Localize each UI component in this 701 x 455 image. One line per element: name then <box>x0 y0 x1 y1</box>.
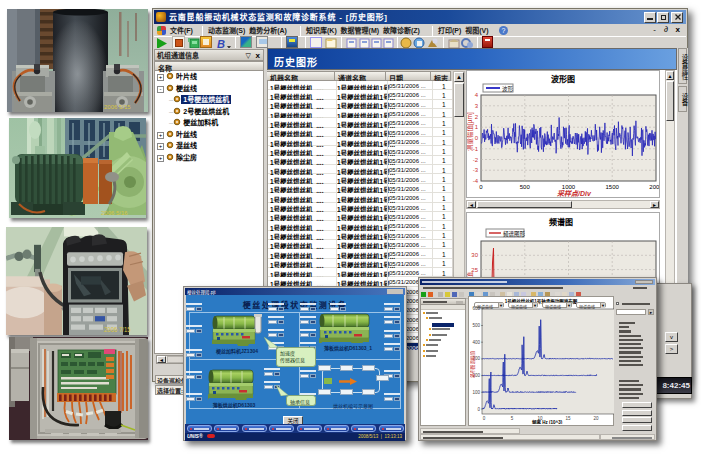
svg-text:频谱图: 频谱图 <box>549 217 573 227</box>
svg-text:0: 0 <box>479 184 483 190</box>
svg-text:频谱图形: 频谱图形 <box>503 230 526 238</box>
svg-text:1: 1 <box>475 124 479 130</box>
svg-text:2006 7/15: 2006 7/15 <box>104 326 131 333</box>
svg-text:2000: 2000 <box>649 184 659 190</box>
svg-text:400: 400 <box>472 340 480 345</box>
svg-text:0: 0 <box>477 407 480 412</box>
svg-text:2006 5/15: 2006 5/15 <box>104 104 131 110</box>
svg-text:30: 30 <box>471 252 478 258</box>
svg-text:25: 25 <box>471 267 478 273</box>
svg-text:3: 3 <box>475 103 479 109</box>
svg-text:2: 2 <box>475 114 479 120</box>
svg-text:5: 5 <box>511 416 514 421</box>
svg-text:频率 Hz (10^3): 频率 Hz (10^3) <box>532 419 563 424</box>
svg-text:600: 600 <box>472 306 480 311</box>
svg-text:1500: 1500 <box>606 184 620 190</box>
svg-text:500: 500 <box>472 323 480 328</box>
svg-text:-3: -3 <box>473 167 479 173</box>
svg-text:500: 500 <box>520 184 531 190</box>
svg-text:波形图: 波形图 <box>551 74 575 84</box>
svg-text:0: 0 <box>475 135 479 141</box>
svg-text:20: 20 <box>593 416 599 421</box>
svg-text:-1: -1 <box>473 146 479 152</box>
svg-text:2006 5/16: 2006 5/16 <box>101 210 128 216</box>
svg-text:采样点/Div: 采样点/Div <box>557 189 592 197</box>
svg-text:-2: -2 <box>473 157 479 163</box>
svg-text:0: 0 <box>483 416 486 421</box>
svg-text:测量幅值[µm]: 测量幅值[µm] <box>467 112 474 151</box>
svg-text:15: 15 <box>565 416 571 421</box>
svg-text:4: 4 <box>475 92 479 98</box>
svg-text:波形: 波形 <box>502 85 514 93</box>
svg-text:100: 100 <box>472 390 480 395</box>
svg-text:-4: -4 <box>473 178 479 184</box>
